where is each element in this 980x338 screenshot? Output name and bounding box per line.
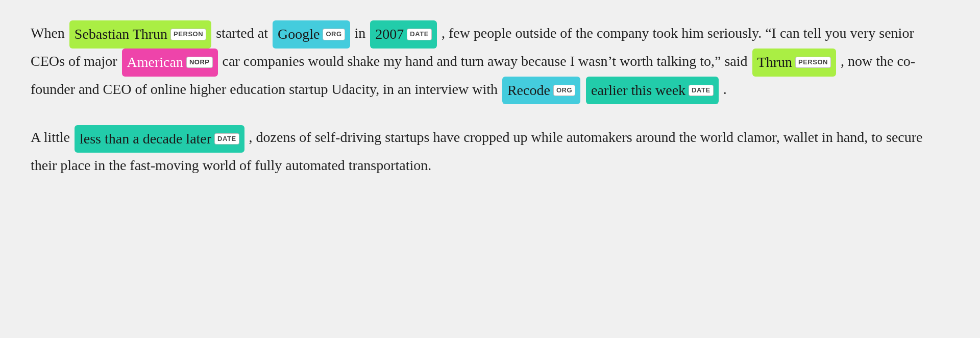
paragraph-2: A little less than a decade later DATE ,… [31, 125, 949, 178]
entity-2007[interactable]: 2007 DATE [370, 20, 437, 48]
entity-text: 2007 [375, 21, 404, 47]
person-label-2: PERSON [795, 57, 831, 68]
entity-earlier-this-week[interactable]: earlier this week DATE [586, 77, 719, 104]
main-content: When Sebastian Thrun PERSON started at G… [31, 20, 949, 178]
entity-recode[interactable]: Recode ORG [502, 77, 580, 104]
org-label: ORG [323, 29, 345, 40]
entity-american[interactable]: American NORP [122, 49, 218, 76]
paragraph-1: When Sebastian Thrun PERSON started at G… [31, 20, 949, 104]
entity-text: American [127, 50, 183, 75]
text-in: in [355, 25, 370, 41]
date-label-2: DATE [689, 85, 714, 96]
person-label: PERSON [170, 29, 206, 40]
entity-text: less than a decade later [80, 126, 211, 152]
entity-text: Google [278, 21, 320, 47]
org-label-2: ORG [553, 85, 575, 96]
date-label-3: DATE [214, 133, 239, 144]
entity-less-than-decade[interactable]: less than a decade later DATE [75, 125, 244, 153]
text-after-american: car companies would shake my hand and tu… [223, 53, 751, 69]
text-started-at: started at [216, 25, 272, 41]
entity-google[interactable]: Google ORG [273, 20, 350, 48]
entity-text: earlier this week [591, 78, 685, 103]
text-when: When [31, 25, 68, 41]
entity-text: Thrun [757, 50, 792, 75]
date-label: DATE [407, 29, 432, 40]
entity-thrun[interactable]: Thrun PERSON [752, 49, 836, 76]
text-period: . [723, 81, 727, 97]
norp-label: NORP [186, 57, 213, 68]
text-a-little: A little [31, 129, 74, 145]
entity-text: Recode [507, 78, 550, 103]
entity-text: Sebastian Thrun [75, 21, 167, 47]
entity-sebastian-thrun[interactable]: Sebastian Thrun PERSON [69, 20, 211, 48]
